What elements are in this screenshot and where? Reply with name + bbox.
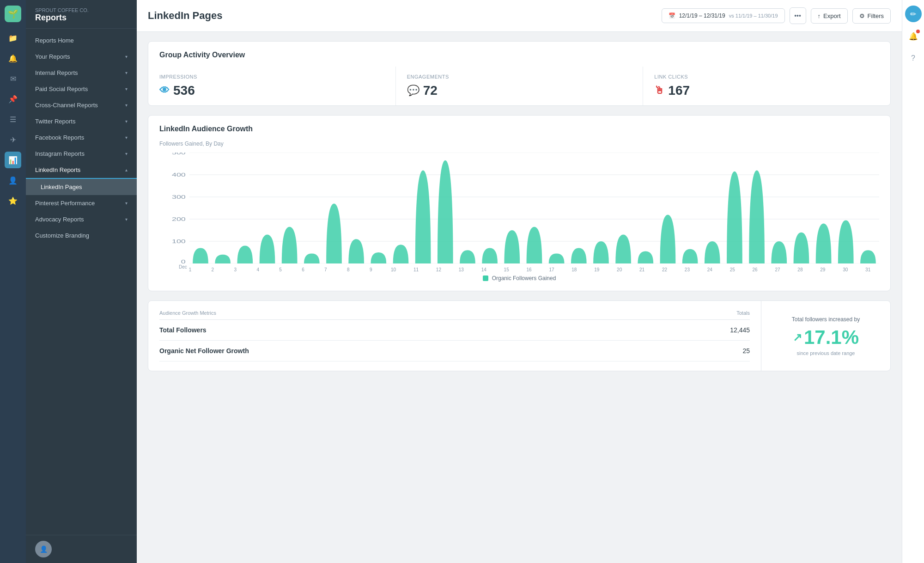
chart-container: 500 400 300 200 100 0 123456789101112131…	[159, 153, 879, 263]
section-title: Reports	[35, 13, 128, 23]
x-axis-label: 30	[834, 267, 857, 272]
sidebar-item-cross-channel-reports[interactable]: Cross-Channel Reports ▾	[26, 97, 137, 113]
sidebar-item-your-reports[interactable]: Your Reports ▾	[26, 49, 137, 65]
audience-growth-title: LinkedIn Audience Growth	[159, 125, 879, 133]
sidebar-item-paid-social-reports[interactable]: Paid Social Reports ▾	[26, 81, 137, 97]
calendar-icon: 📅	[669, 12, 675, 19]
chevron-down-icon: ▾	[125, 201, 128, 206]
growth-callout-label: Total followers increased by	[792, 316, 860, 323]
nav-icon-list[interactable]: ☰	[5, 111, 21, 128]
audience-metrics-card: Audience Growth Metrics Totals Total Fol…	[148, 300, 891, 371]
sidebar-nav: Reports Home Your Reports ▾ Internal Rep…	[26, 29, 137, 535]
chevron-down-icon: ▾	[125, 70, 128, 75]
link-clicks-value: 🖱 167	[654, 83, 879, 98]
date-range-text: 12/1/19 – 12/31/19	[679, 12, 725, 19]
followers-chart: 500 400 300 200 100 0	[159, 153, 879, 263]
x-axis-label: 25	[721, 267, 744, 272]
nav-icon-pin[interactable]: 📌	[5, 91, 21, 107]
x-axis-label: 13	[450, 267, 473, 272]
legend-label: Organic Followers Gained	[492, 275, 556, 282]
date-picker-button[interactable]: 📅 12/1/19 – 12/31/19 vs 11/1/19 – 11/30/…	[662, 8, 785, 23]
sidebar-footer: 👤	[26, 535, 137, 563]
svg-text:200: 200	[172, 216, 186, 222]
sidebar-item-advocacy-reports[interactable]: Advocacy Reports ▾	[26, 211, 137, 227]
compose-button[interactable]: ✏	[905, 6, 922, 22]
nav-icon-person[interactable]: 👤	[5, 172, 21, 189]
audience-growth-card: LinkedIn Audience Growth Followers Gaine…	[148, 115, 891, 291]
notifications-icon[interactable]: 🔔	[905, 28, 922, 44]
main-content: LinkedIn Pages 📅 12/1/19 – 12/31/19 vs 1…	[137, 0, 902, 563]
nav-icon-bell[interactable]: 🔔	[5, 50, 21, 67]
chart-label: Followers Gained, By Day	[159, 141, 879, 147]
chevron-down-icon: ▾	[125, 217, 128, 222]
growth-sub: since previous date range	[797, 350, 855, 356]
table-row: Organic Net Follower Growth 25	[159, 341, 750, 361]
app-logo[interactable]: 🌱	[5, 6, 21, 22]
nav-icon-folder[interactable]: 📁	[5, 30, 21, 46]
x-axis-label: 16	[518, 267, 541, 272]
link-clicks-metric: Link Clicks 🖱 167	[643, 67, 890, 105]
svg-text:500: 500	[172, 153, 186, 155]
main-header: LinkedIn Pages 📅 12/1/19 – 12/31/19 vs 1…	[137, 0, 902, 32]
sidebar-item-customize-branding[interactable]: Customize Branding	[26, 227, 137, 244]
chevron-down-icon: ▾	[125, 151, 128, 156]
x-axis-label: 18	[563, 267, 585, 272]
nav-icon-inbox[interactable]: ✉	[5, 70, 21, 87]
avatar[interactable]: 👤	[35, 541, 52, 557]
nav-icon-chart[interactable]: 📊	[5, 152, 21, 168]
x-axis-label: 19	[585, 267, 608, 272]
x-axis-label: 10	[382, 267, 405, 272]
svg-text:400: 400	[172, 172, 186, 177]
sidebar-item-pinterest-performance[interactable]: Pinterest Performance ▾	[26, 195, 137, 211]
svg-text:0: 0	[181, 259, 186, 263]
icon-rail-left: 🌱 📁 🔔 ✉ 📌 ☰ ✈ 📊 👤 ⭐	[0, 0, 26, 563]
content-area: Group Activity Overview Impressions 👁 53…	[137, 32, 902, 380]
organic-net-value: 25	[742, 347, 750, 355]
x-axis-label: 12	[427, 267, 450, 272]
sidebar-subitem-linkedin-pages[interactable]: LinkedIn Pages	[26, 179, 137, 195]
x-axis-label: 27	[766, 267, 789, 272]
x-axis-label: 7	[314, 267, 337, 272]
sidebar-item-facebook-reports[interactable]: Facebook Reports ▾	[26, 129, 137, 146]
svg-text:300: 300	[172, 194, 186, 200]
x-axis-label: 6	[292, 267, 315, 272]
impressions-label: Impressions	[159, 74, 384, 80]
link-clicks-icon: 🖱	[654, 85, 664, 97]
filter-icon: ⚙	[859, 12, 865, 19]
x-axis-label: 14	[473, 267, 495, 272]
sidebar-item-internal-reports[interactable]: Internal Reports ▾	[26, 65, 137, 81]
svg-text:100: 100	[172, 239, 186, 244]
metrics-table-header: Audience Growth Metrics Totals	[159, 310, 750, 320]
chevron-down-icon: ▾	[125, 54, 128, 59]
x-axis-label: 9	[359, 267, 382, 272]
table-row: Total Followers 12,445	[159, 320, 750, 341]
sidebar-item-linkedin-reports[interactable]: LinkedIn Reports ▴	[26, 162, 137, 179]
chevron-down-icon: ▾	[125, 119, 128, 124]
engagements-metric: Engagements 💬 72	[396, 67, 644, 105]
page-title: LinkedIn Pages	[148, 10, 222, 22]
x-axis-label: 1	[179, 267, 201, 272]
notification-badge	[916, 30, 920, 33]
export-button[interactable]: ↑ Export	[811, 8, 848, 24]
sidebar-item-instagram-reports[interactable]: Instagram Reports ▾	[26, 146, 137, 162]
sidebar-item-reports-home[interactable]: Reports Home	[26, 32, 137, 49]
x-axis-label: 24	[699, 267, 721, 272]
x-axis-label: 28	[789, 267, 811, 272]
engagements-label: Engagements	[407, 74, 632, 80]
x-axis-label: 4	[247, 267, 269, 272]
more-options-button[interactable]: •••	[790, 7, 806, 24]
growth-arrow-icon: ↗	[793, 331, 802, 344]
chevron-down-icon: ▾	[125, 135, 128, 140]
legend-dot	[483, 275, 488, 281]
company-name: Sprout Coffee Co.	[35, 7, 128, 13]
x-axis-label: 20	[608, 267, 631, 272]
sidebar-item-twitter-reports[interactable]: Twitter Reports ▾	[26, 113, 137, 129]
sidebar: Sprout Coffee Co. Reports Reports Home Y…	[26, 0, 137, 563]
chevron-up-icon: ▴	[125, 167, 128, 172]
nav-icon-send[interactable]: ✈	[5, 131, 21, 148]
x-axis-label: 29	[811, 267, 834, 272]
x-axis-label: 17	[541, 267, 563, 272]
filters-button[interactable]: ⚙ Filters	[852, 8, 891, 24]
nav-icon-star[interactable]: ⭐	[5, 192, 21, 209]
help-icon[interactable]: ?	[905, 50, 922, 67]
